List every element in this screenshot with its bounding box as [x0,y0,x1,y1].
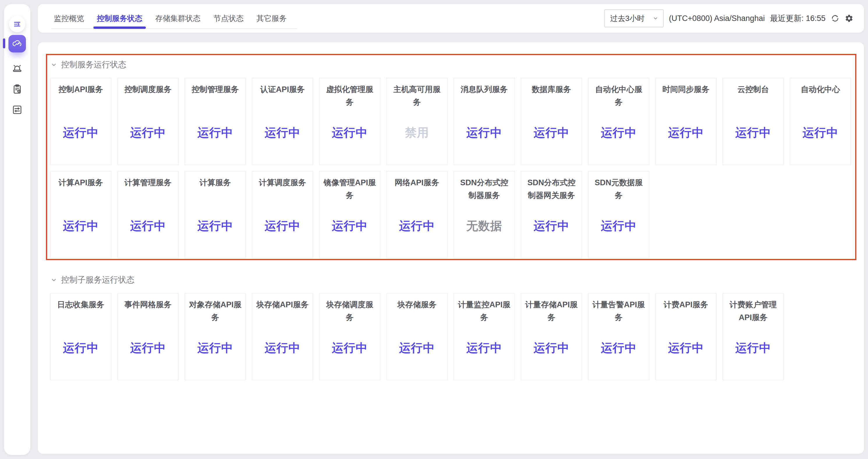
service-card: 对象存储API服务 运行中 [185,293,246,380]
service-name: 数据库服务 [521,83,582,96]
time-range-select[interactable]: 过去3小时 [604,9,664,27]
service-card: 云控制台 运行中 [722,78,784,165]
service-status: 运行中 [185,218,245,234]
gear-icon[interactable] [845,14,854,23]
tab-bar: 监控概览控制服务状态存储集群状态节点状态其它服务 [50,4,290,33]
tab-3[interactable]: 节点状态 [210,4,247,33]
service-card: SDN分布式控制器网关服务 运行中 [521,171,582,258]
service-card: 块存储API服务 运行中 [252,293,313,380]
service-status: 运行中 [252,218,313,234]
service-status: 运行中 [185,125,245,141]
service-name: 镜像管理API服务 [320,176,380,202]
service-card: 计费API服务 运行中 [655,293,717,380]
service-name: SDN分布式控制器网关服务 [521,176,582,202]
service-card: 消息队列服务 运行中 [454,78,515,165]
service-name: 计费API服务 [656,298,716,311]
tab-1[interactable]: 控制服务状态 [93,4,146,33]
service-status: 运行中 [118,218,178,234]
chevron-down-icon [652,15,659,22]
service-name: 网络API服务 [387,176,447,189]
sidebar-item-config-panel[interactable] [4,102,30,118]
service-name: 块存储服务 [387,298,447,311]
service-status: 运行中 [118,340,178,356]
service-card: 块存储调度服务 运行中 [319,293,380,380]
service-status: 运行中 [387,218,447,234]
service-status: 运行中 [252,340,313,356]
service-name: SDN分布式控制器服务 [454,176,514,202]
service-status: 运行中 [521,125,582,141]
service-name: 事件网格服务 [118,298,178,311]
service-card: 网络API服务 运行中 [386,171,448,258]
service-name: 时间同步服务 [656,83,716,96]
service-name: 计量监控API服务 [454,298,514,324]
service-status: 运行中 [521,340,582,356]
top-bar: 监控概览控制服务状态存储集群状态节点状态其它服务 过去3小时 (UTC+0800… [38,4,864,33]
section-title: 控制子服务运行状态 [61,274,134,285]
adjustments-icon [11,104,23,116]
sidebar [4,4,30,455]
service-card: 日志收集服务 运行中 [50,293,112,380]
service-card: 镜像管理API服务 运行中 [319,171,380,258]
service-card: 认证API服务 运行中 [252,78,313,165]
sidebar-active-indicator [3,38,5,48]
service-status: 运行中 [589,218,649,234]
service-status: 运行中 [723,340,783,356]
control-sub-services-grid: 日志收集服务 运行中 事件网格服务 运行中 对象存储API服务 运行中 块存储A… [50,293,852,380]
service-status: 运行中 [790,125,850,141]
chevron-down-icon [50,61,58,68]
service-name: 计量告警API服务 [589,298,649,324]
tab-0[interactable]: 监控概览 [50,4,88,33]
service-card: 计费账户管理API服务 运行中 [722,293,784,380]
sidebar-item-inspection-tasks[interactable] [4,81,30,97]
service-name: 对象存储API服务 [185,298,245,324]
time-range-value: 过去3小时 [610,13,652,24]
service-name: 计量存储API服务 [521,298,582,324]
last-update-label: 最近更新: 16:55 [770,13,826,24]
section-control-services: 控制服务运行状态 控制API服务 运行中 控制调度服务 运行中 控制管理服务 运… [38,42,864,258]
service-status: 运行中 [387,340,447,356]
service-card: 计算API服务 运行中 [50,171,112,258]
service-card: 数据库服务 运行中 [521,78,582,165]
service-card: 自动化中心 运行中 [790,78,851,165]
service-status: 运行中 [185,340,245,356]
service-name: 日志收集服务 [51,298,111,311]
service-status: 运行中 [723,125,783,141]
control-services-grid: 控制API服务 运行中 控制调度服务 运行中 控制管理服务 运行中 认证API服… [50,78,852,258]
service-status: 运行中 [454,340,514,356]
service-status: 运行中 [521,218,582,234]
sidebar-item-cloud-monitoring[interactable] [8,35,26,52]
service-card: 主机高可用服务 禁用 [386,78,448,165]
tab-4[interactable]: 其它服务 [253,4,290,33]
service-card: 自动化中心服务 运行中 [588,78,649,165]
service-status: 运行中 [454,125,514,141]
service-name: 虚拟化管理服务 [320,83,380,109]
service-card: 块存储服务 运行中 [386,293,448,380]
section-header-control-sub-services[interactable]: 控制子服务运行状态 [50,258,134,285]
service-name: 计算服务 [185,176,245,189]
sidebar-item-alerts[interactable] [4,60,30,76]
service-card: 控制API服务 运行中 [50,78,112,165]
tab-2[interactable]: 存储集群状态 [152,4,204,33]
service-card: 时间同步服务 运行中 [655,78,717,165]
service-card: 计算管理服务 运行中 [117,171,179,258]
sidebar-toggle-button[interactable] [9,16,25,32]
service-name: 块存储API服务 [252,298,313,311]
main-panel: 控制服务运行状态 控制API服务 运行中 控制调度服务 运行中 控制管理服务 运… [38,42,864,454]
section-title: 控制服务运行状态 [61,59,126,70]
service-card: 控制调度服务 运行中 [117,78,179,165]
service-name: 控制调度服务 [118,83,178,96]
service-name: 控制API服务 [51,83,111,96]
clipboard-gear-icon [11,83,23,95]
service-card: SDN分布式控制器服务 无数据 [454,171,515,258]
service-status: 无数据 [454,218,514,234]
refresh-icon[interactable] [831,14,839,23]
service-card: 计量告警API服务 运行中 [588,293,649,380]
service-name: 块存储调度服务 [320,298,380,324]
service-card: 计算服务 运行中 [185,171,246,258]
section-header-control-services[interactable]: 控制服务运行状态 [50,42,126,70]
service-status: 运行中 [320,125,380,141]
service-card: 控制管理服务 运行中 [185,78,246,165]
service-name: 计算API服务 [51,176,111,189]
section-control-sub-services: 控制子服务运行状态 日志收集服务 运行中 事件网格服务 运行中 对象存储API服… [38,258,864,380]
service-card: 计算调度服务 运行中 [252,171,313,258]
